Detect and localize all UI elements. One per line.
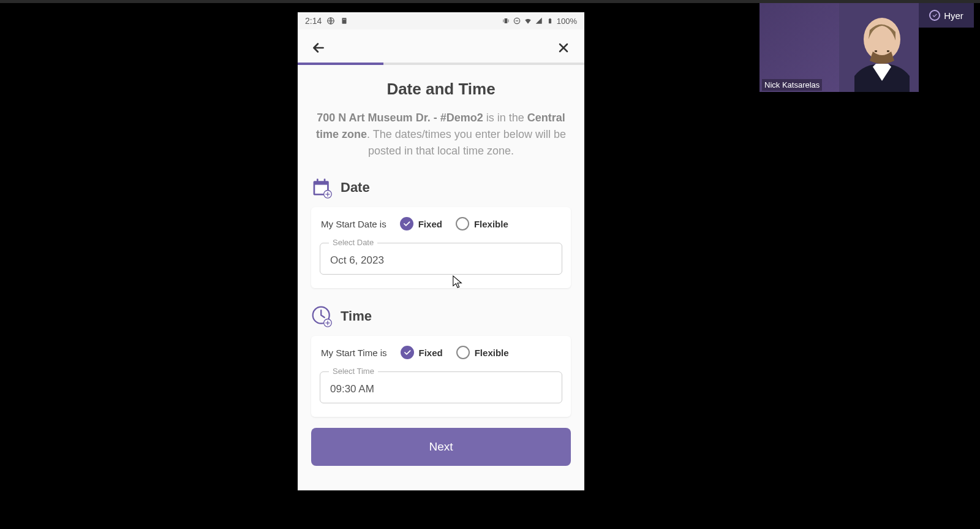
page-description: 700 N Art Museum Dr. - #Demo2 is in the … bbox=[311, 110, 571, 159]
calendar-icon bbox=[311, 177, 333, 199]
date-input[interactable]: Select Date Oct 6, 2023 bbox=[320, 243, 562, 275]
time-section-header: Time bbox=[311, 305, 571, 327]
hyer-brand-badge: Hyer bbox=[919, 3, 974, 28]
radio-checked-icon bbox=[400, 217, 413, 230]
date-input-value: Oct 6, 2023 bbox=[330, 254, 552, 267]
check-circle-icon bbox=[929, 10, 940, 21]
mobile-app-screen: 2:14 100% bbox=[298, 12, 584, 490]
vibrate-icon bbox=[502, 17, 510, 25]
time-input-label: Select Time bbox=[329, 367, 378, 376]
back-button[interactable] bbox=[310, 39, 327, 56]
date-fixed-option[interactable]: Fixed bbox=[400, 217, 442, 230]
svg-rect-1 bbox=[342, 18, 347, 23]
radio-unchecked-icon bbox=[456, 217, 469, 230]
progress-bar bbox=[298, 63, 584, 65]
date-section-header: Date bbox=[311, 177, 571, 199]
svg-rect-17 bbox=[875, 50, 877, 52]
date-section-title: Date bbox=[341, 180, 370, 196]
no-disturb-icon bbox=[513, 17, 521, 25]
svg-rect-3 bbox=[345, 19, 345, 20]
time-fixed-option[interactable]: Fixed bbox=[401, 346, 443, 359]
svg-rect-6 bbox=[549, 19, 551, 24]
radio-unchecked-icon bbox=[456, 346, 470, 359]
time-input[interactable]: Select Time 09:30 AM bbox=[320, 371, 562, 403]
building-icon bbox=[340, 17, 349, 25]
status-time: 2:14 bbox=[305, 16, 322, 26]
video-speaker-panel: Nick Katsarelas bbox=[760, 2, 919, 92]
speaker-name-label: Nick Katsarelas bbox=[762, 79, 822, 91]
time-input-value: 09:30 AM bbox=[330, 383, 552, 395]
svg-rect-7 bbox=[549, 18, 551, 19]
start-date-label: My Start Date is bbox=[321, 219, 386, 229]
time-section-title: Time bbox=[341, 308, 372, 324]
clock-icon bbox=[311, 305, 333, 327]
date-flexible-option[interactable]: Flexible bbox=[456, 217, 508, 230]
wifi-icon bbox=[524, 17, 532, 25]
svg-rect-11 bbox=[324, 179, 326, 183]
svg-point-16 bbox=[864, 18, 900, 61]
speaker-avatar bbox=[839, 2, 919, 92]
start-time-label: My Start Time is bbox=[321, 348, 387, 358]
svg-rect-2 bbox=[344, 19, 344, 20]
time-card: My Start Time is Fixed Flexible Select T… bbox=[311, 336, 571, 417]
close-button[interactable] bbox=[555, 39, 572, 56]
signal-icon bbox=[535, 17, 543, 25]
next-button[interactable]: Next bbox=[311, 428, 571, 466]
battery-icon bbox=[546, 17, 554, 25]
radio-checked-icon bbox=[401, 346, 414, 359]
date-card: My Start Date is Fixed Flexible Select D… bbox=[311, 207, 571, 288]
time-flexible-option[interactable]: Flexible bbox=[456, 346, 509, 359]
status-battery: 100% bbox=[557, 17, 577, 26]
svg-rect-18 bbox=[887, 50, 889, 52]
svg-rect-4 bbox=[504, 18, 507, 23]
date-input-label: Select Date bbox=[329, 238, 377, 247]
nav-bar bbox=[298, 29, 584, 63]
page-title: Date and Time bbox=[311, 80, 571, 99]
svg-rect-10 bbox=[317, 179, 318, 183]
phone-status-bar: 2:14 100% bbox=[298, 12, 584, 29]
globe-icon bbox=[326, 17, 335, 25]
